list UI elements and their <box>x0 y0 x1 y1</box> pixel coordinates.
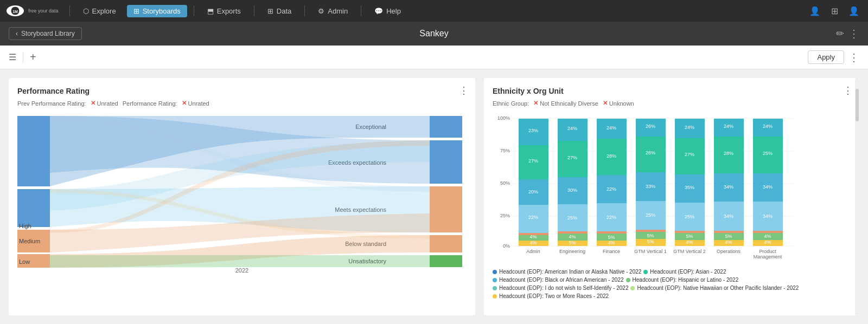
y-label-75: 75% <box>500 148 510 153</box>
perf-label: Performance Rating: <box>123 100 177 107</box>
svg-text:5%: 5% <box>647 239 654 244</box>
data-icon: ⊞ <box>267 7 273 15</box>
nav-data[interactable]: ⊞ Data <box>261 5 298 17</box>
sankey-chart: High Medium Low Exceptional Exceeds expe… <box>17 113 467 265</box>
svg-text:24%: 24% <box>685 125 694 130</box>
sankey-node-meets-right <box>430 186 462 232</box>
label-medium-left: Medium <box>19 238 40 244</box>
svg-text:24%: 24% <box>724 124 733 129</box>
svg-text:GTM Vertical 2: GTM Vertical 2 <box>673 249 706 254</box>
apply-button[interactable]: Apply <box>808 50 844 64</box>
legend-label-hispanic: Headcount (EOP): Hispanic or Latino - 20… <box>633 277 739 283</box>
svg-rect-79 <box>714 231 744 233</box>
bar-operations: 4% 5% 34% 34% 28% 24% Operations <box>714 119 744 254</box>
subtitle-bar: ‹ Storyboard Library Sankey ✏ ⋮ <box>0 22 868 46</box>
exports-icon: ⬒ <box>207 7 214 15</box>
svg-text:34%: 34% <box>763 184 773 190</box>
svg-text:34%: 34% <box>724 213 733 219</box>
prev-perf-label: Prev Performance Rating: <box>17 100 86 107</box>
legend-label-2: Headcount (EOP): Black or African Americ… <box>499 277 624 283</box>
unknown-tag[interactable]: ✕ Unknown <box>603 100 634 107</box>
scroll-thumb[interactable] <box>856 89 859 121</box>
legend-item-2: Headcount (EOP): Black or African Americ… <box>493 277 624 283</box>
y-label-100: 100% <box>497 115 510 121</box>
scrollbar[interactable] <box>855 78 859 315</box>
legend-label-4: Headcount (EOP): Two or More Races - 202… <box>499 293 609 299</box>
svg-text:25%: 25% <box>685 214 694 219</box>
performance-rating-title: Performance Rating <box>17 87 467 95</box>
bar-product-mgmt: 4% 4% 34% 34% 25% 24% Product Management <box>753 119 783 260</box>
prev-perf-tag[interactable]: ✕ Unrated <box>91 100 118 107</box>
svg-text:4%: 4% <box>686 239 693 245</box>
subtitle-more-icon[interactable]: ⋮ <box>848 27 859 40</box>
legend-label-asian: Headcount (EOP): Asian - 2022 <box>650 269 726 275</box>
flow-low-unsat <box>50 255 430 268</box>
ethnicity-panel: Ethnicity x Org Unit ⋮ Ethnic Group: ✕ N… <box>484 78 859 315</box>
sankey-node-exceptional-right <box>430 116 462 138</box>
add-button[interactable]: + <box>30 51 36 63</box>
back-button[interactable]: ‹ Storyboard Library <box>9 27 82 40</box>
nav-admin-label: Admin <box>328 7 348 15</box>
nav-exports[interactable]: ⬒ Exports <box>201 5 247 17</box>
y-label-50: 50% <box>500 180 510 186</box>
svg-text:Engineering: Engineering <box>559 249 585 254</box>
svg-text:22%: 22% <box>607 215 616 220</box>
svg-text:Product: Product <box>759 249 776 254</box>
grid-icon[interactable]: ⊞ <box>827 3 842 18</box>
svg-text:5%: 5% <box>725 234 732 239</box>
logo-tagline: free your data <box>28 8 59 14</box>
nav-admin[interactable]: ⚙ Admin <box>311 5 354 17</box>
svg-text:5%: 5% <box>647 233 654 238</box>
legend-label-3: Headcount (EOP): I do not wish to Self-I… <box>499 285 628 291</box>
storyboards-icon: ⊞ <box>133 7 139 15</box>
sankey-node-exceptional-left <box>17 116 50 186</box>
nav-right-actions: 👤 ⊞ 👤 <box>807 3 861 18</box>
svg-text:Admin: Admin <box>526 249 540 254</box>
prev-perf-x[interactable]: ✕ <box>91 100 95 107</box>
svg-text:27%: 27% <box>685 152 694 157</box>
svg-text:26%: 26% <box>646 150 655 155</box>
not-ethnic-tag[interactable]: ✕ Not Ethnically Diverse <box>533 100 598 107</box>
sankey-node-exceeds-right <box>430 140 462 184</box>
logo-icon: 1M <box>7 5 24 16</box>
legend-label-native-hawaiian: Headcount (EOP): Native Hawaiian or Othe… <box>637 285 799 291</box>
edit-icon[interactable]: ✏ <box>836 28 844 40</box>
svg-text:27%: 27% <box>567 155 577 160</box>
nav-explore[interactable]: ⬡ Explore <box>76 5 123 17</box>
perf-tag[interactable]: ✕ Unrated <box>182 100 209 107</box>
svg-text:34%: 34% <box>724 184 733 190</box>
legend-dot-hispanic <box>626 278 630 282</box>
svg-text:Management: Management <box>754 254 782 260</box>
chevron-left-icon: ‹ <box>16 30 18 37</box>
page-title: Sankey <box>419 29 448 38</box>
filter-list-icon[interactable]: ☰ <box>9 52 16 62</box>
nav-storyboards-label: Storyboards <box>143 7 181 15</box>
nav-explore-label: Explore <box>92 7 116 15</box>
svg-text:23%: 23% <box>528 128 538 133</box>
nav-help[interactable]: 💬 Help <box>368 5 407 17</box>
bar-admin: 4% 4% 22% 20% 27% 23% Admin <box>519 119 548 254</box>
svg-text:5%: 5% <box>686 234 693 239</box>
performance-rating-panel: Performance Rating ⋮ Prev Performance Ra… <box>9 78 475 315</box>
settings-icon[interactable]: 👤 <box>846 3 861 18</box>
label-high-left: High <box>19 223 31 229</box>
prev-perf-value: Unrated <box>97 100 118 107</box>
bar-gtm1: 5% 5% 25% 33% 26% 26% GTM Vertical 1 <box>634 119 667 254</box>
svg-text:24%: 24% <box>763 124 773 129</box>
ethnicity-menu[interactable]: ⋮ <box>843 85 853 96</box>
svg-text:4%: 4% <box>608 240 615 245</box>
explore-icon: ⬡ <box>83 7 89 15</box>
perf-x[interactable]: ✕ <box>182 100 187 107</box>
back-label: Storyboard Library <box>21 30 75 37</box>
toolbar-more-icon[interactable]: ⋮ <box>848 51 859 64</box>
svg-text:Operations: Operations <box>717 249 741 254</box>
admin-icon: ⚙ <box>318 7 324 15</box>
nav-divider-1 <box>69 5 70 16</box>
svg-text:1M: 1M <box>12 10 18 14</box>
nav-storyboards[interactable]: ⊞ Storyboards <box>127 5 187 17</box>
user-icon[interactable]: 👤 <box>807 3 822 18</box>
svg-text:4%: 4% <box>529 240 537 245</box>
ethnicity-title: Ethnicity x Org Unit <box>493 87 851 95</box>
performance-rating-menu[interactable]: ⋮ <box>459 85 469 96</box>
svg-rect-51 <box>636 230 666 232</box>
